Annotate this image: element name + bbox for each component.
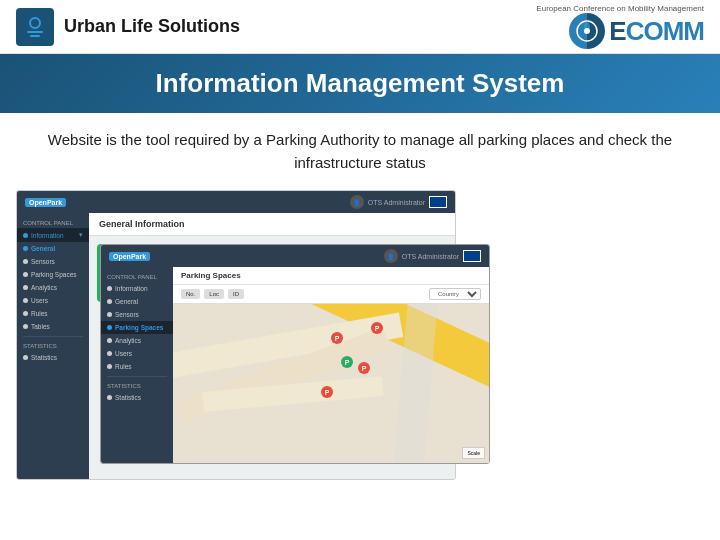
sidebar-item-statistics-2[interactable]: Statistics [101, 391, 173, 404]
overlay-screenshot: OpenPark 👤 OTS Administrator Control Pan… [100, 244, 490, 464]
parking-toolbar: No. Loc ID Country [173, 285, 489, 304]
screenshots-area: OpenPark 👤 OTS Administrator Control Pan… [0, 184, 720, 490]
app-bar-overlay: OpenPark 👤 OTS Administrator [101, 245, 489, 267]
sidebar-label: Rules [31, 310, 48, 317]
sidebar-dot [23, 355, 28, 360]
uk-flag-icon [429, 196, 447, 208]
sidebar-label: General [115, 298, 138, 305]
app-bar-icons-2: 👤 OTS Administrator [384, 249, 481, 263]
sidebar-section-statistics-2: Statistics [101, 380, 173, 391]
sidebar-dot [23, 285, 28, 290]
sidebar-item-sensors-2[interactable]: Sensors [101, 308, 173, 321]
header-left: Urban Life Solutions [16, 8, 240, 46]
sidebar-label: Statistics [115, 394, 141, 401]
ecomm-badge: ECOMM [569, 13, 704, 49]
sidebar-dot [23, 298, 28, 303]
sidebar-dot [107, 395, 112, 400]
sidebar-item-statistics[interactable]: Statistics [17, 351, 89, 364]
ecomm-logo: European Conference on Mobility Manageme… [536, 4, 704, 49]
sidebar-item-parking-2[interactable]: Parking Spaces [101, 321, 173, 334]
app-sidebar: Control Panel Information ▾ General Sens… [17, 213, 89, 479]
sidebar-item-general-2[interactable]: General [101, 295, 173, 308]
sidebar-label: Information [31, 232, 64, 239]
sidebar-label: Statistics [31, 354, 57, 361]
sidebar-dot [23, 272, 28, 277]
admin-label-2: OTS Administrator [402, 253, 459, 260]
parking-pin-3: P [341, 356, 353, 368]
sidebar-dot [23, 311, 28, 316]
sidebar-label: Analytics [115, 337, 141, 344]
svg-point-5 [584, 28, 590, 34]
sidebar-label: Users [115, 350, 132, 357]
sidebar-item-analytics[interactable]: Analytics [17, 281, 89, 294]
sidebar-item-rules-2[interactable]: Rules [101, 360, 173, 373]
sidebar-dot [23, 246, 28, 251]
sidebar-section-control: Control Panel [17, 217, 89, 228]
sidebar-divider [23, 336, 83, 337]
sidebar-dot [107, 351, 112, 356]
sidebar-label: Parking Spaces [31, 271, 77, 278]
sidebar-label: Rules [115, 363, 132, 370]
sidebar-dot [23, 259, 28, 264]
ecomm-circle-icon [569, 13, 605, 49]
app-sidebar-2: Control Panel Information General Sensor… [101, 267, 173, 463]
map-view: P P P P P Scale [173, 304, 489, 463]
app-main-map: Parking Spaces No. Loc ID Country [173, 267, 489, 463]
map-scale: Scale [462, 447, 485, 459]
sidebar-dot [107, 364, 112, 369]
app-bar-icons: 👤 OTS Administrator [350, 195, 447, 209]
sidebar-item-general[interactable]: General [17, 242, 89, 255]
app-logo: OpenPark [25, 198, 66, 207]
sidebar-label: Users [31, 297, 48, 304]
parking-pin-1: P [331, 332, 343, 344]
title-bar: Information Management System [0, 54, 720, 113]
sidebar-item-analytics-2[interactable]: Analytics [101, 334, 173, 347]
sidebar-label: Analytics [31, 284, 57, 291]
sidebar-dot [107, 312, 112, 317]
header: Urban Life Solutions European Conference… [0, 0, 720, 54]
company-name: Urban Life Solutions [64, 16, 240, 37]
sidebar-item-parking-spaces[interactable]: Parking Spaces [17, 268, 89, 281]
sidebar-item-rules[interactable]: Rules [17, 307, 89, 320]
svg-rect-2 [27, 31, 43, 33]
toolbar-btn-new[interactable]: No. [181, 289, 200, 299]
subtitle: Website is the tool required by a Parkin… [0, 113, 720, 184]
country-dropdown[interactable]: Country [429, 288, 481, 300]
sidebar-section-statistics: Statistics [17, 340, 89, 351]
uk-flag-icon-2 [463, 250, 481, 262]
sidebar-dot [23, 324, 28, 329]
sidebar-label: Sensors [115, 311, 139, 318]
page-title: Information Management System [156, 68, 565, 98]
sidebar-dot [107, 286, 112, 291]
sidebar-label: General [31, 245, 55, 252]
sidebar-item-information-2[interactable]: Information [101, 282, 173, 295]
svg-rect-3 [30, 35, 40, 37]
ecomm-text: ECOMM [609, 16, 704, 47]
user-icon: 👤 [350, 195, 364, 209]
sidebar-item-tables[interactable]: Tables [17, 320, 89, 333]
sidebar-dot [107, 299, 112, 304]
header-right: European Conference on Mobility Manageme… [536, 4, 704, 49]
main-section-header: General Information [89, 213, 455, 236]
parking-spaces-header: Parking Spaces [173, 267, 489, 285]
sidebar-divider-2 [107, 376, 167, 377]
sidebar-item-users[interactable]: Users [17, 294, 89, 307]
sidebar-label: Sensors [31, 258, 55, 265]
parking-pin-2: P [371, 322, 383, 334]
sidebar-item-sensors[interactable]: Sensors [17, 255, 89, 268]
sidebar-item-information[interactable]: Information ▾ [17, 228, 89, 242]
ecomm-top-text: European Conference on Mobility Manageme… [536, 4, 704, 13]
app-logo-2: OpenPark [109, 252, 150, 261]
user-icon-2: 👤 [384, 249, 398, 263]
sidebar-dot [23, 233, 28, 238]
parking-pin-4: P [358, 362, 370, 374]
admin-label: OTS Administrator [368, 199, 425, 206]
toolbar-btn-loc[interactable]: Loc [204, 289, 224, 299]
sidebar-item-users-2[interactable]: Users [101, 347, 173, 360]
subtitle-text: Website is the tool required by a Parkin… [48, 131, 672, 171]
app-bar-main: OpenPark 👤 OTS Administrator [17, 191, 455, 213]
toolbar-btn-id[interactable]: ID [228, 289, 244, 299]
sidebar-chevron: ▾ [79, 231, 83, 239]
sidebar-label: Parking Spaces [115, 324, 163, 331]
sidebar-label: Information [115, 285, 148, 292]
